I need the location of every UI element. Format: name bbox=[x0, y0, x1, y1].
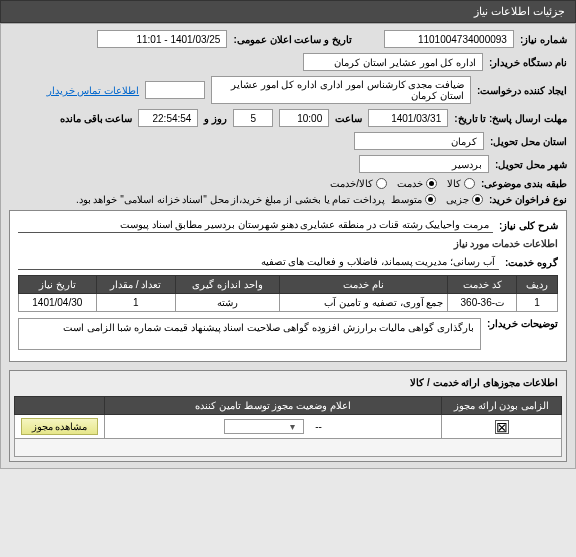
days-field: 5 bbox=[233, 109, 273, 127]
fund-minor-radio[interactable]: جزیی bbox=[446, 194, 483, 205]
mandatory-checkbox[interactable] bbox=[495, 420, 509, 434]
permit-col-action bbox=[15, 397, 105, 415]
desc-title: مرمت واحیاییک رشته قنات در منطقه عشایری … bbox=[18, 217, 493, 233]
funding-radios: جزیی متوسط bbox=[391, 194, 483, 205]
announce-field: 1401/03/25 - 11:01 bbox=[97, 30, 227, 48]
cell-unit: رشته bbox=[175, 294, 280, 312]
subject-cat-label: طبقه بندی موضوعی: bbox=[481, 178, 567, 189]
fund-medium-radio[interactable]: متوسط bbox=[391, 194, 436, 205]
permit-col-status: اعلام وضعیت مجوز توسط تامین کننده bbox=[105, 397, 442, 415]
subject-cat-radios: کالا خدمت کالا/خدمت bbox=[330, 178, 475, 189]
days-and-label: روز و bbox=[204, 113, 227, 124]
cell-code: ت-36-360 bbox=[448, 294, 517, 312]
cell-idx: 1 bbox=[517, 294, 558, 312]
info-panel: شماره نیاز: 1101004734000093 تاریخ و ساع… bbox=[0, 23, 576, 469]
announce-label: تاریخ و ساعت اعلان عمومی: bbox=[233, 34, 351, 45]
deadline-date-field: 1401/03/31 bbox=[368, 109, 448, 127]
permits-spacer-row bbox=[15, 439, 562, 457]
group-value: آب رسانی؛ مدیریت پسماند، فاضلاب و فعالیت… bbox=[18, 254, 499, 270]
services-label: اطلاعات خدمات مورد نیاز bbox=[454, 238, 558, 249]
cell-date: 1401/04/30 bbox=[19, 294, 97, 312]
radio-icon bbox=[464, 178, 475, 189]
col-unit: واحد اندازه گیری bbox=[175, 276, 280, 294]
remaining-label: ساعت باقی مانده bbox=[60, 113, 133, 124]
page-header: جزئیات اطلاعات نیاز bbox=[0, 0, 576, 23]
permits-row: -- مشاهده مجوز bbox=[15, 415, 562, 439]
buyer-note-text: بارگذاری گواهی مالیات برارزش افزوده گواه… bbox=[63, 322, 474, 333]
buyer-note-label: توضیحات خریدار: bbox=[487, 318, 558, 329]
radio-icon bbox=[425, 194, 436, 205]
status-dash: -- bbox=[315, 421, 322, 432]
buyer-note-box: بارگذاری گواهی مالیات برارزش افزوده گواه… bbox=[18, 318, 481, 350]
radio-icon bbox=[426, 178, 437, 189]
cat-both-radio[interactable]: کالا/خدمت bbox=[330, 178, 387, 189]
status-select[interactable] bbox=[224, 419, 304, 434]
table-header-row: ردیف کد خدمت نام خدمت واحد اندازه گیری ت… bbox=[19, 276, 558, 294]
permit-action-cell: مشاهده مجوز bbox=[15, 415, 105, 439]
permit-status-cell: -- bbox=[105, 415, 442, 439]
col-code: کد خدمت bbox=[448, 276, 517, 294]
requester-label: ایجاد کننده درخواست: bbox=[477, 85, 567, 96]
permits-header-row: الزامی بودن ارائه مجوز اعلام وضعیت مجوز … bbox=[15, 397, 562, 415]
col-qty: تعداد / مقدار bbox=[96, 276, 175, 294]
table-row: 1 ت-36-360 جمع آوری، تصفیه و تامین آب رش… bbox=[19, 294, 558, 312]
col-date: تاریخ نیاز bbox=[19, 276, 97, 294]
fund-note: پرداخت تمام یا بخشی از مبلغ خرید،از محل … bbox=[76, 194, 385, 205]
city-label: شهر محل تحویل: bbox=[495, 159, 567, 170]
permits-table: الزامی بودن ارائه مجوز اعلام وضعیت مجوز … bbox=[14, 396, 562, 457]
col-idx: ردیف bbox=[517, 276, 558, 294]
cell-qty: 1 bbox=[96, 294, 175, 312]
description-panel: شرح کلی نیاز: مرمت واحیاییک رشته قنات در… bbox=[9, 210, 567, 362]
permit-col-mandatory: الزامی بودن ارائه مجوز bbox=[442, 397, 562, 415]
buyer-org-field: اداره کل امور عشایر استان کرمان bbox=[303, 53, 483, 71]
cat-goods-radio[interactable]: کالا bbox=[447, 178, 475, 189]
city-field: بردسیر bbox=[359, 155, 489, 173]
cell-name: جمع آوری، تصفیه و تامین آب bbox=[280, 294, 448, 312]
need-no-field: 1101004734000093 bbox=[384, 30, 514, 48]
province-label: استان محل تحویل: bbox=[490, 136, 567, 147]
col-name: نام خدمت bbox=[280, 276, 448, 294]
remaining-time-field: 22:54:54 bbox=[138, 109, 198, 127]
buyer-org-label: نام دستگاه خریدار: bbox=[489, 57, 567, 68]
need-no-label: شماره نیاز: bbox=[520, 34, 567, 45]
permits-header: اطلاعات مجوزهای ارائه خدمت / کالا bbox=[14, 375, 562, 390]
desc-title-label: شرح کلی نیاز: bbox=[499, 220, 558, 231]
contact-link[interactable]: اطلاعات تماس خریدار bbox=[47, 85, 140, 96]
permit-mandatory-cell bbox=[442, 415, 562, 439]
page-title: جزئیات اطلاعات نیاز bbox=[474, 5, 565, 17]
deadline-time-field: 10:00 bbox=[279, 109, 329, 127]
services-table: ردیف کد خدمت نام خدمت واحد اندازه گیری ت… bbox=[18, 275, 558, 312]
deadline-label: مهلت ارسال پاسخ: تا تاریخ: bbox=[454, 113, 567, 124]
province-field: کرمان bbox=[354, 132, 484, 150]
cat-service-radio[interactable]: خدمت bbox=[397, 178, 437, 189]
view-permit-button[interactable]: مشاهده مجوز bbox=[21, 418, 99, 435]
radio-icon bbox=[472, 194, 483, 205]
requester-field: ضیافت مجدی کارشناس امور اداری اداره کل ا… bbox=[211, 76, 471, 104]
contact-extra-field bbox=[145, 81, 205, 99]
radio-icon bbox=[376, 178, 387, 189]
time-label-1: ساعت bbox=[335, 113, 362, 124]
funding-label: نوع فراخوان خرید: bbox=[489, 194, 567, 205]
permits-panel: اطلاعات مجوزهای ارائه خدمت / کالا الزامی… bbox=[9, 370, 567, 462]
group-label: گروه خدمت: bbox=[505, 257, 558, 268]
